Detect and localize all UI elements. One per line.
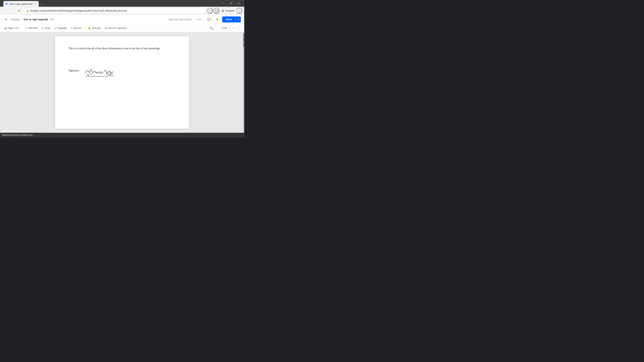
breadcrumb-separator: / — [22, 18, 22, 21]
self-sign-label: Self-sign — [92, 27, 101, 29]
svg-rect-3 — [6, 4, 7, 4]
browser-frame: Doc to sign (signed).pdf ✕ + ─ ⧉ ✕ ← → ✕… — [0, 0, 244, 137]
edit-pdf-button[interactable]: ✏ Edit PDF — [24, 26, 39, 31]
close-preview-button[interactable]: ✕ — [3, 17, 9, 22]
search-button[interactable]: 🔍 — [209, 25, 214, 31]
add-text-icon: T — [71, 27, 72, 29]
incognito-icon — [221, 9, 224, 12]
window-maximize-button[interactable]: ⧉ — [227, 0, 235, 7]
svg-rect-6 — [222, 11, 224, 12]
pdf-area[interactable]: This is to certify that all of the above… — [0, 32, 244, 133]
address-url-text: dropbox.com/preview/Doc%20to%20sign%20(s… — [30, 9, 203, 12]
highlight-icon: 🖍 — [54, 27, 57, 29]
split-screen-button[interactable]: ⊡ — [214, 8, 219, 13]
draw-button[interactable]: 🖊 Draw — [40, 26, 52, 30]
breadcrumb: Dropbox / Doc to sign (signed) PDF — [11, 18, 54, 21]
zoom-value-display: 175% — [221, 27, 228, 29]
fullscreen-button[interactable]: ⛶ — [236, 25, 242, 31]
window-controls-right: ─ ⧉ ✕ — [219, 0, 243, 7]
zoom-control: − 175% + ▾ — [215, 25, 236, 31]
active-tab[interactable]: Doc to sign (signed).pdf ✕ — [3, 1, 39, 7]
tab-bar: Doc to sign (signed).pdf ✕ + — [3, 0, 218, 7]
scrollbar-track[interactable] — [243, 32, 244, 133]
share-dropdown-button[interactable]: ▾ — [236, 16, 241, 22]
page-panel-toggle[interactable]: ▤ Page 1 of 1 — [3, 26, 21, 30]
title-bar: Doc to sign (signed).pdf ✕ + ─ ⧉ ✕ — [0, 0, 244, 7]
status-bar: Waiting for previews.dropbox.com... — [0, 133, 244, 137]
tab-close-button[interactable]: ✕ — [34, 2, 37, 5]
bookmark-button[interactable]: ☆ — [207, 8, 213, 13]
file-type-badge: PDF — [50, 18, 54, 21]
incognito-label: Incognito — [226, 9, 234, 12]
svg-rect-2 — [6, 3, 7, 4]
signature-image — [82, 64, 119, 77]
draw-icon: 🖊 — [42, 27, 44, 29]
breadcrumb-current-doc: Doc to sign (signed) — [24, 18, 48, 21]
app-header: ✕ Dropbox / Doc to sign (signed) PDF Onl… — [0, 15, 244, 24]
pdf-signature-area: Signature: — [68, 64, 176, 77]
download-button[interactable]: ⬇ — [214, 16, 220, 22]
svg-rect-5 — [222, 11, 224, 11]
edit-pdf-label: Edit PDF — [28, 27, 38, 29]
tab-favicon — [5, 2, 8, 5]
zoom-out-button[interactable]: − — [216, 26, 220, 30]
pdf-content-text: This is to certify that all of the above… — [68, 46, 176, 51]
send-signature-icon: ✉ — [105, 27, 107, 30]
add-text-button[interactable]: T Add text — [69, 26, 83, 30]
page-label: Page 1 of 1 — [8, 27, 19, 29]
nav-actions: ☆ ⊡ Incognito ⋮ — [207, 8, 242, 13]
highlight-label: Highlight — [58, 27, 67, 29]
svg-rect-0 — [6, 3, 8, 5]
signature-label: Signature: — [68, 69, 80, 72]
window-close-button[interactable]: ✕ — [235, 0, 243, 7]
back-button[interactable]: ← — [2, 8, 8, 13]
pdf-page: This is to certify that all of the above… — [55, 36, 189, 129]
nav-bar: ← → ✕ 🔒 dropbox.com/preview/Doc%20to%20s… — [0, 7, 244, 15]
scrollbar-thumb[interactable] — [243, 33, 244, 47]
send-for-signature-button[interactable]: ✉ Send for signature — [103, 26, 128, 31]
address-bar[interactable]: 🔒 dropbox.com/preview/Doc%20to%20sign%20… — [23, 8, 206, 13]
comment-button[interactable]: 💬 — [206, 16, 212, 22]
edit-pdf-icon: ✏ — [25, 27, 28, 30]
toolbar: ▤ Page 1 of 1 ✏ Edit PDF 🖊 Draw 🖍 Highli… — [0, 24, 244, 32]
window-minimize-button[interactable]: ─ — [219, 0, 227, 7]
self-sign-button[interactable]: ✍ Self-sign — [86, 26, 103, 31]
share-button[interactable]: Share — [222, 16, 236, 22]
draw-label: Draw — [45, 27, 50, 29]
zoom-in-button[interactable]: + — [228, 26, 232, 30]
highlight-button[interactable]: 🖍 Highlight — [53, 26, 68, 30]
send-for-signature-label: Send for signature — [108, 27, 126, 29]
menu-button[interactable]: ⋮ — [236, 8, 242, 13]
zoom-dropdown-button[interactable]: ▾ — [233, 27, 234, 29]
new-tab-button[interactable]: + — [40, 2, 44, 7]
breadcrumb-root[interactable]: Dropbox — [11, 18, 20, 21]
access-status-text: Only you have access — [168, 18, 192, 21]
share-button-group: Share ▾ — [222, 16, 241, 22]
forward-button[interactable]: → — [9, 8, 15, 13]
tab-title: Doc to sign (signed).pdf — [10, 3, 32, 5]
status-text: Waiting for previews.dropbox.com... — [2, 134, 34, 136]
reload-button[interactable]: ✕ — [16, 8, 22, 13]
secure-icon: 🔒 — [26, 9, 29, 12]
page-count-text: 1 of 1 — [196, 18, 202, 21]
add-text-label: Add text — [73, 27, 82, 29]
page-panel-icon: ▤ — [4, 27, 6, 29]
svg-point-4 — [222, 9, 224, 11]
self-sign-icon: ✍ — [88, 27, 91, 30]
incognito-button[interactable]: Incognito — [220, 8, 236, 13]
